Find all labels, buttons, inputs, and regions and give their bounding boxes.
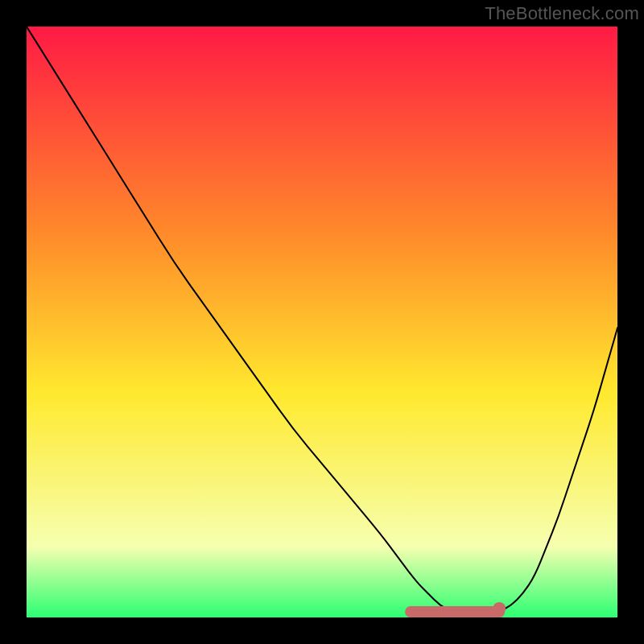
watermark-text: TheBottleneck.com — [485, 3, 639, 24]
chart-frame: TheBottleneck.com — [0, 0, 644, 644]
plot-area — [27, 27, 617, 617]
optimal-range-end-dot — [493, 602, 506, 615]
bottleneck-chart — [27, 27, 617, 617]
gradient-background — [27, 27, 617, 617]
